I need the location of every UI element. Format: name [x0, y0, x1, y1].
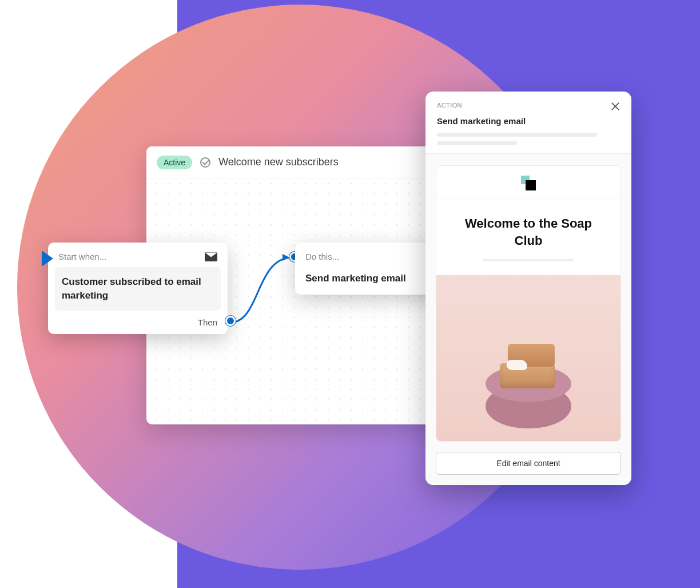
- status-badge: Active: [157, 156, 192, 169]
- email-hero-image: [436, 275, 621, 441]
- email-divider: [483, 259, 574, 261]
- trigger-footer: Then: [55, 311, 221, 327]
- email-heading: Welcome to the Soap Club: [436, 200, 621, 259]
- workflow-title: Welcome new subscribers: [218, 156, 339, 168]
- mail-icon: [205, 252, 217, 261]
- placeholder-line: [437, 133, 597, 137]
- connector-arrow-icon: [283, 254, 289, 261]
- trigger-card[interactable]: Start when... Customer subscribed to ema…: [48, 243, 228, 334]
- panel-header: ACTION Send marketing email: [425, 92, 631, 154]
- panel-title: Send marketing email: [437, 116, 620, 126]
- logo-icon: [521, 176, 536, 190]
- placeholder-line: [437, 141, 517, 145]
- trigger-card-header: Start when...: [55, 251, 221, 267]
- panel-eyebrow: ACTION: [437, 102, 462, 109]
- trigger-body: Customer subscribed to email marketing: [55, 267, 221, 311]
- action-label: Do this...: [305, 252, 339, 261]
- edit-email-button[interactable]: Edit email content: [436, 452, 621, 475]
- email-logo-area: [436, 166, 621, 200]
- play-icon: [42, 251, 53, 267]
- trigger-label: Start when...: [58, 252, 106, 261]
- close-icon[interactable]: [611, 102, 620, 111]
- panel-body: Welcome to the Soap Club: [425, 154, 631, 442]
- connector-dot-start[interactable]: [225, 316, 236, 326]
- email-preview[interactable]: Welcome to the Soap Club: [436, 165, 621, 442]
- action-detail-panel: ACTION Send marketing email Welcome to t…: [425, 92, 631, 485]
- panel-footer: Edit email content: [425, 442, 631, 485]
- check-circle-icon: [200, 157, 210, 168]
